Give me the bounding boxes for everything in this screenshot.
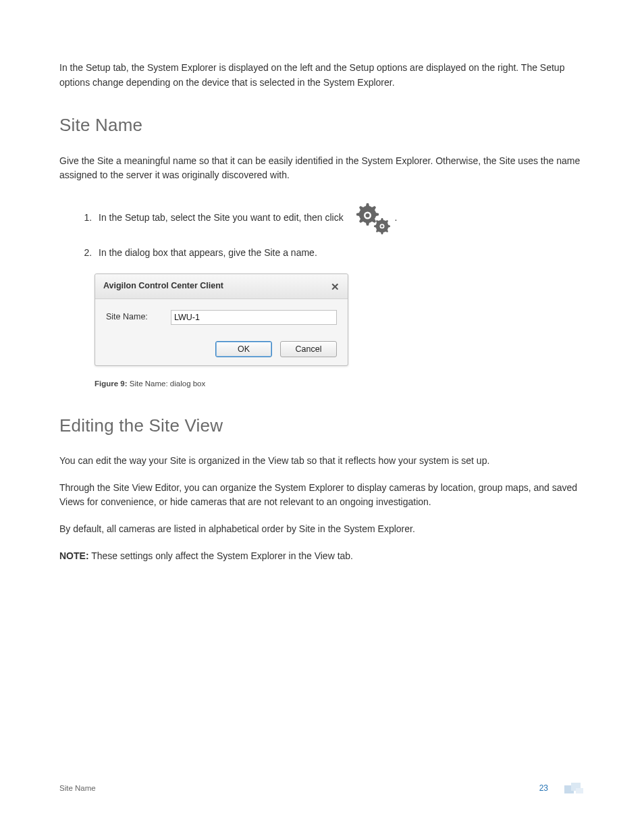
esv-note: NOTE: These settings only affect the Sys…	[59, 549, 585, 564]
page-footer: Site Name 23	[59, 782, 585, 795]
figure-text: Site Name: dialog box	[128, 380, 206, 388]
step-1-text-pre: In the Setup tab, select the Site you wa…	[99, 212, 344, 223]
step-1: In the Setup tab, select the Site you wa…	[95, 201, 585, 236]
close-icon[interactable]: ✕	[331, 282, 340, 292]
figure-caption: Figure 9: Site Name: dialog box	[95, 378, 585, 390]
note-label: NOTE:	[59, 550, 89, 561]
site-name-label: Site Name:	[106, 311, 171, 323]
heading-site-name: Site Name	[59, 111, 585, 138]
site-name-input[interactable]	[171, 310, 337, 325]
esv-p3: By default, all cameras are listed in al…	[59, 522, 585, 537]
step-2: In the dialog box that appears, give the…	[95, 245, 585, 260]
site-name-paragraph: Give the Site a meaningful name so that …	[59, 154, 585, 183]
footer-decoration	[564, 783, 585, 795]
dialog-title-text: Avigilon Control Center Client	[103, 280, 223, 292]
note-text: These settings only affect the System Ex…	[89, 550, 353, 561]
gear-icon	[350, 201, 394, 236]
site-name-dialog: Avigilon Control Center Client ✕ Site Na…	[95, 273, 348, 365]
dialog-body: Site Name: OK Cancel	[95, 299, 348, 365]
figure-label: Figure 9:	[95, 380, 128, 388]
footer-section-name: Site Name	[59, 783, 96, 795]
ok-button[interactable]: OK	[215, 341, 272, 357]
svg-point-3	[381, 225, 383, 228]
field-row: Site Name:	[106, 310, 337, 325]
cancel-button[interactable]: Cancel	[280, 341, 337, 357]
esv-p2: Through the Site View Editor, you can or…	[59, 481, 585, 510]
dialog-titlebar: Avigilon Control Center Client ✕	[95, 274, 348, 298]
steps-list: In the Setup tab, select the Site you wa…	[95, 201, 585, 260]
page-number: 23	[539, 782, 548, 795]
heading-editing-site-view: Editing the Site View	[59, 412, 585, 439]
intro-paragraph: In the Setup tab, the System Explorer is…	[59, 61, 585, 90]
button-row: OK Cancel	[106, 341, 337, 357]
step-1-text-post: .	[395, 212, 398, 223]
esv-p1: You can edit the way your Site is organi…	[59, 454, 585, 469]
svg-point-1	[365, 213, 369, 217]
